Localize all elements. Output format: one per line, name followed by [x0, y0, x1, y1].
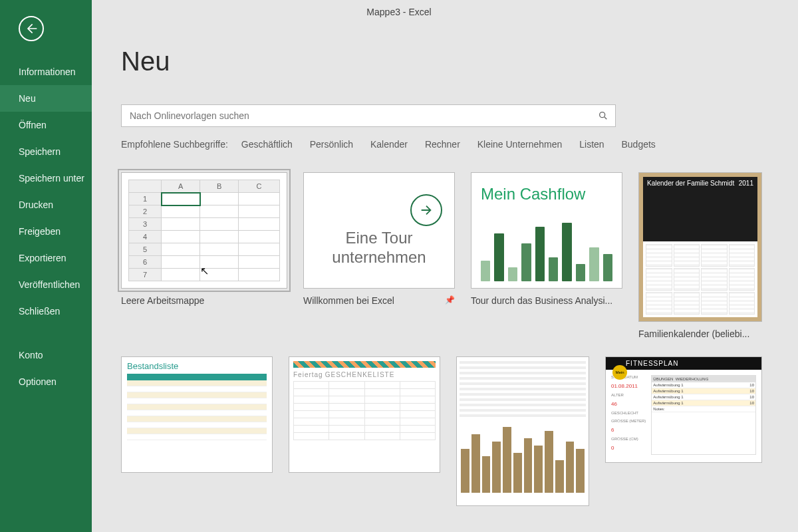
pin-icon[interactable]: 📌 — [445, 295, 455, 305]
cursor-icon: ↖ — [200, 265, 209, 277]
sidebar-item-freigeben[interactable]: Freigeben — [0, 218, 92, 245]
back-button[interactable] — [19, 16, 44, 41]
sidebar-item-konto[interactable]: Konto — [0, 342, 92, 368]
sidebar-item-oeffnen[interactable]: Öffnen — [0, 112, 92, 138]
sidebar-item-drucken[interactable]: Drucken — [0, 192, 92, 218]
template-caption: Tour durch das Business Analysi... — [471, 295, 622, 306]
suggested-searches: Empfohlene Suchbegriffe: Geschäftlich Pe… — [121, 139, 769, 150]
search-icon[interactable] — [598, 110, 608, 121]
template-family-calendar[interactable]: Kalender der Familie Schmidt 2011 Famili… — [638, 172, 762, 339]
search-input[interactable] — [122, 105, 598, 126]
badge-icon: Mein — [612, 365, 627, 380]
sidebar-item-neu[interactable]: Neu — [0, 85, 92, 112]
backstage-main: Neu Empfohlene Suchbegriffe: Geschäftlic… — [92, 0, 798, 532]
sidebar-item-veroeffentlichen[interactable]: Veröffentlichen — [0, 271, 92, 298]
template-thumb: Mein Cashflow — [471, 172, 622, 289]
template-budget[interactable] — [456, 356, 589, 506]
template-caption: Willkommen bei Excel 📌 — [303, 295, 455, 306]
sidebar-item-speichern-unter[interactable]: Speichern unter — [0, 165, 92, 192]
template-search[interactable] — [121, 104, 616, 127]
template-thumb: Eine Tour unternehmen — [303, 172, 455, 289]
sidebar-item-informationen[interactable]: Informationen — [0, 59, 92, 85]
suggest-link[interactable]: Rechner — [425, 139, 460, 150]
template-thumb: Bestandsliste — [121, 356, 273, 473]
template-welcome-tour[interactable]: Eine Tour unternehmen Willkommen bei Exc… — [303, 172, 455, 339]
template-thumb — [456, 356, 589, 506]
sidebar-item-schliessen[interactable]: Schließen — [0, 298, 92, 325]
template-blank-workbook[interactable]: A B C 1 2 3 4 5 6 7 ↖ Leere Arbeitsmappe — [121, 172, 287, 339]
suggest-label: Empfohlene Suchbegriffe: — [121, 139, 228, 150]
template-cashflow[interactable]: Mein Cashflow Tour durch das Business An… — [471, 172, 622, 339]
template-caption: Leere Arbeitsmappe — [121, 295, 287, 306]
template-fitnessplan[interactable]: Mein FITNESSPLAN STARTDATUM01.08.2011 AL… — [605, 356, 762, 506]
template-thumb: A B C 1 2 3 4 5 6 7 ↖ — [121, 172, 287, 289]
template-thumb: Feiertag GESCHENKELISTE — [289, 356, 440, 473]
arrow-right-icon — [410, 194, 442, 226]
template-bestandsliste[interactable]: Bestandsliste — [121, 356, 273, 506]
template-caption: Familienkalender (beliebi... — [638, 329, 762, 339]
page-title: Neu — [121, 47, 769, 76]
template-geschenkliste[interactable]: Feiertag GESCHENKELISTE — [289, 356, 440, 506]
arrow-left-icon — [25, 22, 38, 35]
template-thumb: Mein FITNESSPLAN STARTDATUM01.08.2011 AL… — [605, 356, 762, 463]
suggest-link[interactable]: Kalender — [370, 139, 408, 150]
sidebar-item-exportieren[interactable]: Exportieren — [0, 245, 92, 271]
suggest-link[interactable]: Geschäftlich — [241, 139, 293, 150]
template-grid: A B C 1 2 3 4 5 6 7 ↖ Leere Arbeitsmappe — [121, 172, 769, 506]
suggest-link[interactable]: Kleine Unternehmen — [477, 139, 563, 150]
sidebar-item-speichern[interactable]: Speichern — [0, 138, 92, 165]
suggest-link[interactable]: Listen — [579, 139, 604, 150]
suggest-link[interactable]: Persönlich — [310, 139, 353, 150]
svg-point-0 — [600, 112, 605, 118]
template-thumb: Kalender der Familie Schmidt 2011 — [638, 172, 762, 322]
suggest-link[interactable]: Budgets — [621, 139, 655, 150]
backstage-sidebar: Informationen Neu Öffnen Speichern Speic… — [0, 0, 92, 532]
sidebar-item-optionen[interactable]: Optionen — [0, 368, 92, 395]
